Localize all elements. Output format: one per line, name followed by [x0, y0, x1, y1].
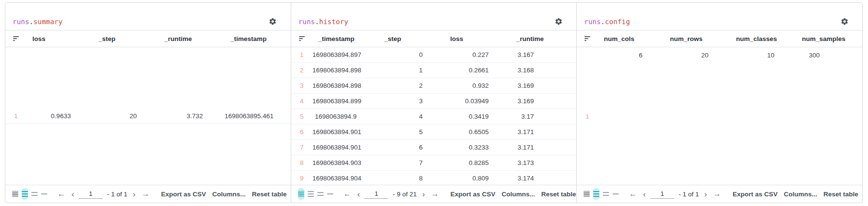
table-row: 1 1698063894.897 0 0.227 3.167 — [291, 47, 577, 63]
column-header-num-cols[interactable]: num_cols — [598, 35, 664, 42]
table-cell: 10 — [730, 52, 797, 59]
export-csv-button[interactable]: Export as CSV — [449, 191, 497, 198]
table-cell: 0.809 — [444, 175, 511, 182]
table-cell: 1698063894.9 — [313, 113, 379, 120]
table-body: 1 1698063894.897 0 0.227 3.167 2 1698063… — [291, 47, 577, 185]
panel-title: runs.history — [299, 18, 349, 26]
table-cell: 3.168 — [511, 67, 577, 74]
filter-icon[interactable] — [577, 36, 598, 41]
table-cell: 1698063895.461 — [225, 112, 291, 120]
table-cell: 1698063894.897 — [313, 51, 379, 58]
panel-board: runs.summary loss _step _runtime _timest… — [5, 2, 863, 203]
export-csv-button[interactable]: Export as CSV — [159, 191, 207, 198]
filter-icon[interactable] — [5, 36, 27, 41]
page-number-input[interactable] — [364, 189, 388, 199]
column-header-loss[interactable]: loss — [27, 35, 93, 42]
row-height-medium-icon[interactable] — [22, 188, 28, 200]
first-page-icon[interactable]: ← — [342, 190, 353, 198]
next-page-icon[interactable]: › — [703, 190, 708, 198]
row-height-compact-icon[interactable] — [583, 188, 590, 200]
panel-header: runs.summary — [5, 3, 291, 30]
columns-button[interactable]: Columns... — [211, 191, 247, 198]
table-row: 6 1698063894.901 5 0.6505 3.171 — [291, 124, 577, 140]
column-header-timestamp[interactable]: _timestamp — [313, 35, 379, 42]
gear-icon[interactable] — [840, 17, 849, 26]
row-height-extra-tall-icon[interactable] — [41, 188, 47, 200]
reset-table-button[interactable]: Reset table — [540, 191, 578, 198]
previous-page-icon[interactable]: ‹ — [71, 190, 75, 198]
table-row: 4 1698063894.899 3 0.03949 3.169 — [291, 94, 577, 109]
table-cell: 3.173 — [511, 159, 577, 166]
row-height-compact-icon[interactable] — [298, 188, 304, 200]
table-cell: 1698063894.903 — [313, 159, 379, 166]
row-index: 1 — [5, 112, 27, 120]
table-cell: 0.3233 — [444, 144, 511, 151]
table-row: 7 1698063894.901 6 0.3233 3.171 — [291, 140, 577, 155]
table-cell: 3.174 — [511, 175, 577, 182]
row-height-tall-icon[interactable] — [603, 188, 609, 200]
table-cell: 6 — [598, 52, 664, 59]
title-object: runs — [13, 18, 29, 26]
last-page-icon[interactable]: → — [429, 190, 441, 198]
table-cell: 1 — [378, 67, 444, 74]
table-cell: 0.6505 — [444, 128, 511, 136]
table-cell: 4 — [378, 113, 444, 120]
table-cell: 3.17 — [511, 113, 577, 120]
row-index: 4 — [291, 97, 313, 105]
title-property: history — [319, 18, 348, 26]
column-header-timestamp[interactable]: _timestamp — [225, 35, 291, 42]
column-header-step[interactable]: _step — [93, 35, 159, 42]
column-header-loss[interactable]: loss — [444, 35, 511, 42]
last-page-icon[interactable]: → — [140, 190, 151, 198]
table-cell: 0.9633 — [27, 112, 93, 120]
reset-table-button[interactable]: Reset table — [250, 191, 288, 198]
column-header-step[interactable]: _step — [378, 35, 444, 42]
row-height-tall-icon[interactable] — [317, 188, 324, 200]
columns-button[interactable]: Columns... — [500, 191, 537, 198]
panel-runs-summary: runs.summary loss _step _runtime _timest… — [5, 3, 291, 203]
page-number-input[interactable] — [650, 189, 674, 199]
page-range-label: - 1 of 1 — [107, 191, 128, 198]
table-cell: 20 — [664, 52, 730, 59]
row-height-medium-icon[interactable] — [593, 188, 599, 200]
panel-runs-config: runs.config num_cols num_rows num_classe… — [577, 3, 862, 203]
table-cell: 0.932 — [444, 82, 511, 89]
title-property: summary — [33, 18, 62, 26]
export-csv-button[interactable]: Export as CSV — [731, 191, 779, 198]
table-cell: 8 — [378, 175, 444, 182]
column-header-runtime[interactable]: _runtime — [511, 35, 577, 42]
panel-header: runs.config — [577, 3, 862, 30]
table-cell: 3.169 — [511, 97, 577, 105]
table-body: 1 0.9633 20 3.732 1698063895.461 — [5, 47, 291, 185]
table-cell: 3.169 — [511, 82, 577, 89]
previous-page-icon[interactable]: ‹ — [356, 190, 361, 198]
first-page-icon[interactable]: ← — [56, 190, 67, 198]
page-number-input[interactable] — [79, 189, 103, 199]
gear-icon[interactable] — [269, 17, 277, 26]
column-header-num-rows[interactable]: num_rows — [664, 35, 730, 42]
table-cell: 3.171 — [511, 144, 577, 151]
table-row: 2 1698063894.898 1 0.2661 3.168 — [291, 63, 577, 78]
row-height-extra-tall-icon[interactable] — [327, 188, 333, 200]
next-page-icon[interactable]: › — [421, 190, 426, 198]
columns-button[interactable]: Columns... — [783, 191, 819, 198]
gear-icon[interactable] — [554, 17, 563, 26]
column-header-num-classes[interactable]: num_classes — [730, 35, 797, 42]
column-header-num-samples[interactable]: num_samples — [796, 35, 862, 42]
previous-page-icon[interactable]: ‹ — [642, 190, 647, 198]
last-page-icon[interactable]: → — [711, 190, 723, 198]
table-header-row: _timestamp _step loss _runtime — [291, 30, 577, 47]
row-height-medium-icon[interactable] — [308, 188, 314, 200]
row-index: 5 — [291, 113, 313, 120]
table-cell: 5 — [378, 128, 444, 136]
row-height-extra-tall-icon[interactable] — [612, 188, 619, 200]
reset-table-button[interactable]: Reset table — [822, 191, 860, 198]
column-header-runtime[interactable]: _runtime — [158, 35, 225, 42]
table-cell: 1698063894.901 — [313, 128, 379, 136]
next-page-icon[interactable]: › — [132, 190, 137, 198]
filter-icon[interactable] — [291, 36, 313, 41]
row-height-tall-icon[interactable] — [31, 188, 38, 200]
first-page-icon[interactable]: ← — [627, 190, 639, 198]
table-row: 5 1698063894.9 4 0.3419 3.17 — [291, 109, 577, 124]
row-height-compact-icon[interactable] — [12, 188, 18, 200]
